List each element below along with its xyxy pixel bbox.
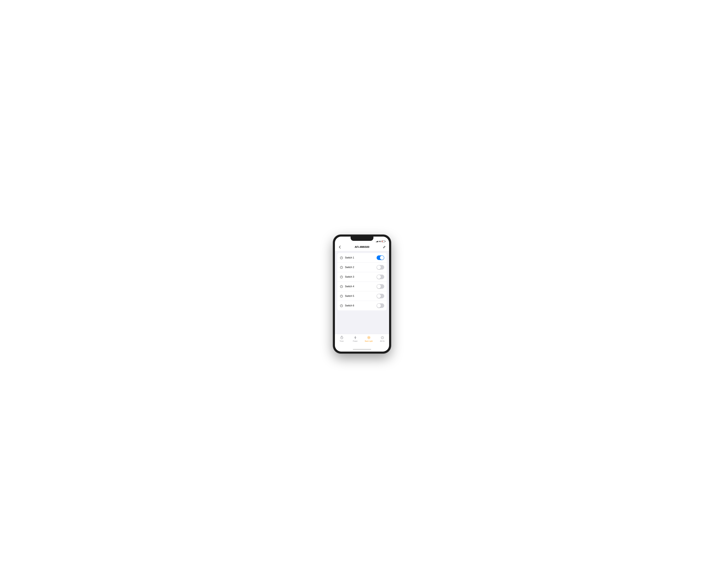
backlight-icon <box>367 336 371 340</box>
switch-item-4: Switch 4 <box>337 282 387 291</box>
toggle-slider-5 <box>377 294 384 298</box>
phone-wrapper: 4G AFi-4M6S00 <box>333 235 391 353</box>
home-indicator <box>335 347 389 352</box>
power-icon-6 <box>340 304 343 307</box>
power-tab-icon <box>353 336 357 340</box>
switch-label-6: Switch 6 <box>345 304 377 307</box>
toggle-slider-6 <box>377 303 384 308</box>
nav-header: AFi-4M6S00 <box>335 243 389 251</box>
switch-item-6: Switch 6 <box>337 301 387 310</box>
status-icons: 4G <box>376 240 385 243</box>
switch-list: Switch 1 Switch 2 <box>337 253 387 310</box>
toggle-slider-4 <box>377 284 384 289</box>
back-button[interactable] <box>337 245 342 250</box>
tab-bar: Timer Power <box>335 334 389 347</box>
power-icon-5 <box>340 294 343 298</box>
content-area: Switch 1 Switch 2 <box>335 251 389 334</box>
switch-toggle-6[interactable] <box>377 303 384 308</box>
power-icon-1 <box>340 256 343 259</box>
power-icon-2 <box>340 266 343 269</box>
switch-toggle-1[interactable] <box>377 255 384 260</box>
notch <box>350 236 374 241</box>
svg-point-1 <box>368 337 369 338</box>
toggle-slider-2 <box>377 265 384 270</box>
switch-toggle-5[interactable] <box>377 294 384 298</box>
switch-label-5: Switch 5 <box>345 295 377 297</box>
page-title: AFi-4M6S00 <box>355 246 369 249</box>
toggle-slider-3 <box>377 275 384 279</box>
battery-icon <box>382 240 385 242</box>
toggle-slider-1 <box>377 255 384 260</box>
tab-timer[interactable]: Timer <box>337 336 347 342</box>
switch-label-3: Switch 3 <box>345 275 377 278</box>
power-icon-4 <box>340 285 343 288</box>
switch-item-3: Switch 3 <box>337 272 387 282</box>
switch-item-2: Switch 2 <box>337 262 387 272</box>
switch-item-5: Switch 5 <box>337 291 387 301</box>
phone-frame: 4G AFi-4M6S00 <box>333 235 391 353</box>
timer-icon <box>340 336 344 340</box>
switch-item-1: Switch 1 <box>337 253 387 262</box>
tab-allon-label: All On <box>380 340 385 342</box>
power-icon-3 <box>340 275 343 278</box>
switch-label-1: Switch 1 <box>345 256 377 259</box>
allon-icon <box>380 336 384 340</box>
signal-icon <box>376 240 378 242</box>
switch-toggle-4[interactable] <box>377 284 384 289</box>
network-label: 4G <box>379 240 381 243</box>
tab-backlight-label: Back Light <box>365 340 373 342</box>
switch-toggle-2[interactable] <box>377 265 384 270</box>
home-bar <box>353 349 371 350</box>
tab-power[interactable]: Power <box>350 336 361 342</box>
edit-button[interactable] <box>382 245 387 250</box>
tab-allon[interactable]: All On <box>377 336 388 342</box>
switch-label-2: Switch 2 <box>345 266 377 269</box>
switch-label-4: Switch 4 <box>345 285 377 288</box>
phone-screen: 4G AFi-4M6S00 <box>335 236 389 352</box>
switch-toggle-3[interactable] <box>377 275 384 279</box>
tab-timer-label: Timer <box>340 340 344 342</box>
tab-backlight[interactable]: Back Light <box>363 336 374 342</box>
tab-power-label: Power <box>353 340 358 342</box>
